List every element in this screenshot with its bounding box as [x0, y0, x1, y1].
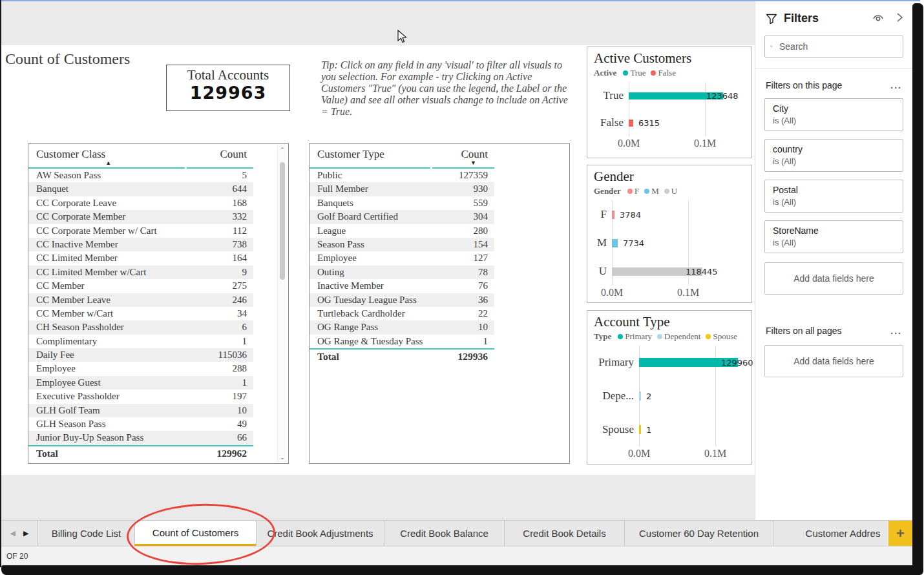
table-row[interactable]: Complimentary1	[28, 335, 253, 348]
category-label[interactable]: Spouse	[587, 423, 639, 436]
table-row[interactable]: OG Tuesday League Pass36	[310, 293, 494, 307]
table-row[interactable]: CC Limited Member w/Cart9	[28, 266, 253, 279]
category-label[interactable]: Primary	[587, 356, 639, 369]
legend-dot	[706, 334, 711, 339]
tab-customer-60-day-retention[interactable]: Customer 60 Day Retention	[624, 521, 773, 546]
table-row[interactable]: CH Season Passholder6	[28, 320, 253, 334]
scroll-up-icon[interactable]: ⌃	[278, 147, 287, 153]
legend-item-dependent[interactable]: Dependent	[657, 331, 700, 342]
prev-page-icon[interactable]: ◀	[10, 529, 16, 538]
legend-item-true[interactable]: True	[623, 68, 646, 78]
bar-m[interactable]	[612, 239, 618, 247]
next-page-icon[interactable]: ▶	[23, 529, 28, 538]
filter-card-postal[interactable]: Postalis (All)	[764, 180, 903, 213]
column-header-count[interactable]: Count ▼	[432, 148, 494, 169]
table-row[interactable]: Junior Buy-Up Season Pass66	[28, 431, 253, 444]
legend-item-m[interactable]: M	[644, 186, 659, 196]
gender-chart[interactable]: Gender Gender FMU F3784M7734U118445 0.0M…	[587, 165, 752, 303]
table-row[interactable]: CC Member275	[28, 279, 253, 293]
table-row[interactable]: Public127359	[310, 169, 494, 182]
tab-credit-book-details[interactable]: Credit Book Details	[504, 521, 624, 546]
category-label[interactable]: False	[587, 116, 629, 129]
filters-pane: Filters Filters on this page...Cityis (A…	[755, 1, 912, 520]
category-label[interactable]: U	[587, 265, 612, 278]
legend-item-spouse[interactable]: Spouse	[706, 331, 737, 342]
scroll-down-icon[interactable]: ⌄	[278, 454, 287, 461]
more-options-icon[interactable]: ...	[890, 326, 902, 336]
customer-type-table[interactable]: Customer Type Count ▼ Public127359Full M…	[309, 143, 570, 464]
account-type-chart[interactable]: Account Type Type PrimaryDependentSpouse…	[587, 310, 752, 465]
table-row[interactable]: CC Corporate Member332	[28, 210, 253, 224]
table-row[interactable]: GLH Season Pass49	[28, 417, 253, 431]
bar-spouse[interactable]	[639, 425, 641, 434]
filter-field-name: country	[773, 144, 895, 154]
tab-credit-book-balance[interactable]: Credit Book Balance	[384, 521, 504, 546]
column-header-count[interactable]: Count	[187, 148, 253, 169]
filters-search-box[interactable]	[764, 36, 903, 58]
customer-class-table[interactable]: Customer Class ▲ Count AW Season Pass5Ba…	[28, 143, 289, 464]
table-row[interactable]: CC Inactive Member738	[28, 238, 253, 251]
table-row[interactable]: Full Member930	[310, 182, 494, 196]
table-row[interactable]: GLH Golf Team10	[28, 404, 253, 417]
table-scrollbar[interactable]: ⌃ ⌄	[277, 145, 287, 462]
table-header[interactable]: Customer Type Count ▼	[310, 144, 569, 169]
column-header-customer-type[interactable]: Customer Type	[310, 148, 430, 169]
bar-f[interactable]	[612, 211, 614, 219]
category-label[interactable]: M	[587, 236, 612, 249]
table-header[interactable]: Customer Class ▲ Count	[28, 144, 288, 169]
table-row[interactable]: Banquet644	[28, 182, 253, 196]
table-row[interactable]: Employee Guest1	[28, 376, 253, 390]
collapse-pane-icon[interactable]	[896, 12, 903, 25]
column-header-customer-class[interactable]: Customer Class ▲	[28, 148, 185, 169]
category-label[interactable]: F	[587, 208, 612, 221]
legend-item-u[interactable]: U	[664, 186, 677, 196]
table-row[interactable]: CC Member w/Cart34	[28, 307, 253, 320]
legend-item-false[interactable]: False	[651, 68, 675, 78]
active-customers-chart[interactable]: Active Customers Active TrueFalse True12…	[587, 47, 752, 158]
table-row[interactable]: League280	[310, 224, 494, 238]
total-accounts-card[interactable]: Total Accounts 129963	[166, 65, 290, 111]
filter-card-country[interactable]: countryis (All)	[764, 139, 903, 172]
table-row[interactable]: Turtleback Cardholder22	[310, 307, 494, 320]
add-data-fields-dropzone[interactable]: Add data fields here	[764, 262, 903, 295]
preview-eye-icon[interactable]	[872, 13, 885, 25]
table-row[interactable]: Employee127	[310, 251, 494, 265]
add-data-fields-dropzone[interactable]: Add data fields here	[764, 345, 903, 377]
tab-billing-code-list[interactable]: Billing Code List	[37, 521, 134, 546]
legend-item-primary[interactable]: Primary	[618, 331, 652, 342]
table-row[interactable]: Banquets559	[310, 196, 494, 210]
add-page-button[interactable]: +	[888, 521, 912, 547]
legend-item-f[interactable]: F	[627, 186, 639, 196]
table-row[interactable]: OG Range Pass10	[310, 320, 494, 334]
kpi-value: 129963	[167, 83, 289, 103]
total-row: Total 129962	[28, 445, 253, 460]
bar-false[interactable]	[629, 120, 633, 127]
chart-bar-row: U118445	[587, 257, 751, 286]
bar-depe[interactable]	[639, 392, 641, 401]
table-row[interactable]: OG Range & Tuesday Pass1	[310, 335, 494, 348]
table-row[interactable]: CC Corporate Member w/ Cart112	[28, 224, 253, 238]
table-row[interactable]: Season Pass154	[310, 238, 494, 251]
search-input[interactable]	[778, 41, 898, 52]
row-label: CC Member	[28, 279, 185, 293]
table-row[interactable]: CC Corporate Leave168	[28, 196, 253, 210]
filter-card-city[interactable]: Cityis (All)	[764, 98, 903, 131]
tab-credit-book-adjustments[interactable]: Credit Book Adjustments	[256, 521, 384, 546]
scrollbar-thumb[interactable]	[280, 162, 285, 280]
table-row[interactable]: Executive Passholder197	[28, 390, 253, 403]
table-row[interactable]: Daily Fee115036	[28, 348, 253, 362]
table-row[interactable]: Inactive Member76	[310, 279, 494, 293]
tab-count-of-customers[interactable]: Count of Customers	[134, 521, 256, 546]
table-row[interactable]: Golf Board Certified304	[310, 210, 494, 224]
value-label: 6315	[638, 118, 660, 128]
table-row[interactable]: Outing78	[310, 266, 494, 279]
filter-card-storename[interactable]: StoreNameis (All)	[764, 220, 903, 253]
chart-legend: Active TrueFalse	[587, 67, 751, 78]
category-label[interactable]: True	[587, 89, 629, 102]
more-options-icon[interactable]: ...	[890, 80, 902, 90]
table-row[interactable]: CC Member Leave246	[28, 293, 253, 307]
category-label[interactable]: Depe...	[587, 390, 639, 402]
table-row[interactable]: Employee288	[28, 362, 253, 375]
table-row[interactable]: CC Limited Member164	[28, 251, 253, 265]
table-row[interactable]: AW Season Pass5	[28, 169, 253, 182]
